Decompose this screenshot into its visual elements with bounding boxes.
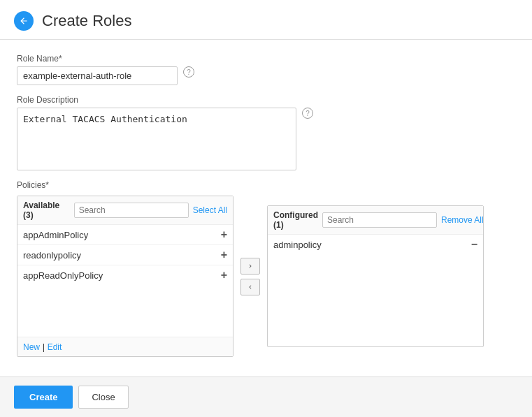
page-title: Create Roles [42, 12, 131, 30]
available-panel-list: appAdminPolicy + readonlypolicy + appRea… [17, 225, 233, 337]
configured-panel-list: adminpolicy − [268, 235, 483, 346]
remove-item-button[interactable]: − [471, 239, 477, 250]
add-item-button[interactable]: + [221, 249, 227, 261]
configured-panel-header: Configured (1) Remove All [268, 206, 483, 235]
create-button[interactable]: Create [14, 386, 73, 409]
available-panel: Available (3) Select All appAdminPolicy … [17, 196, 233, 357]
policies-section: Policies* Available (3) Select All appAd… [17, 180, 515, 357]
edit-policy-link[interactable]: Edit [48, 342, 62, 352]
list-item: adminpolicy − [268, 235, 483, 254]
role-name-field-group: Role Name* ? [17, 54, 515, 85]
add-item-button[interactable]: + [221, 270, 227, 281]
close-button[interactable]: Close [78, 386, 128, 409]
page-header: Create Roles [0, 0, 532, 40]
back-button[interactable] [14, 11, 34, 31]
item-name: appReadOnlyPolicy [23, 270, 103, 281]
role-description-label: Role Description [17, 95, 515, 105]
footer-separator: | [43, 342, 48, 352]
available-search-input[interactable] [74, 203, 189, 218]
transfer-buttons [240, 258, 260, 295]
role-description-input[interactable]: External TACACS Authentication [17, 108, 296, 170]
role-description-field-group: Role Description External TACACS Authent… [17, 95, 515, 170]
role-name-row: ? [17, 66, 515, 85]
list-item: appAdminPolicy + [17, 225, 233, 245]
remove-all-button[interactable]: Remove All [441, 215, 484, 225]
list-item: appReadOnlyPolicy + [17, 265, 233, 285]
role-name-label: Role Name* [17, 54, 515, 64]
role-name-input[interactable] [17, 66, 178, 85]
policies-container: Available (3) Select All appAdminPolicy … [17, 196, 515, 357]
form-area: Role Name* ? Role Description External T… [0, 40, 532, 381]
role-name-help-icon[interactable]: ? [183, 66, 194, 78]
new-policy-link[interactable]: New [23, 342, 40, 352]
available-panel-footer: New | Edit [17, 337, 233, 356]
available-panel-header: Available (3) Select All [17, 196, 233, 225]
available-panel-title: Available (3) [23, 200, 70, 220]
role-description-row: External TACACS Authentication ? [17, 108, 515, 170]
move-left-button[interactable] [240, 279, 260, 295]
policies-label: Policies* [17, 180, 515, 190]
item-name: readonlypolicy [23, 250, 81, 261]
item-name: adminpolicy [273, 240, 322, 250]
configured-panel: Configured (1) Remove All adminpolicy − [267, 205, 484, 347]
add-item-button[interactable]: + [221, 229, 227, 240]
list-item: readonlypolicy + [17, 245, 233, 265]
move-right-button[interactable] [240, 258, 260, 275]
footer-actions: Create Close [0, 376, 532, 417]
configured-panel-title: Configured (1) [273, 210, 318, 230]
item-name: appAdminPolicy [23, 230, 88, 240]
select-all-button[interactable]: Select All [193, 205, 227, 215]
configured-search-input[interactable] [322, 212, 437, 228]
role-description-help-icon[interactable]: ? [302, 108, 313, 119]
